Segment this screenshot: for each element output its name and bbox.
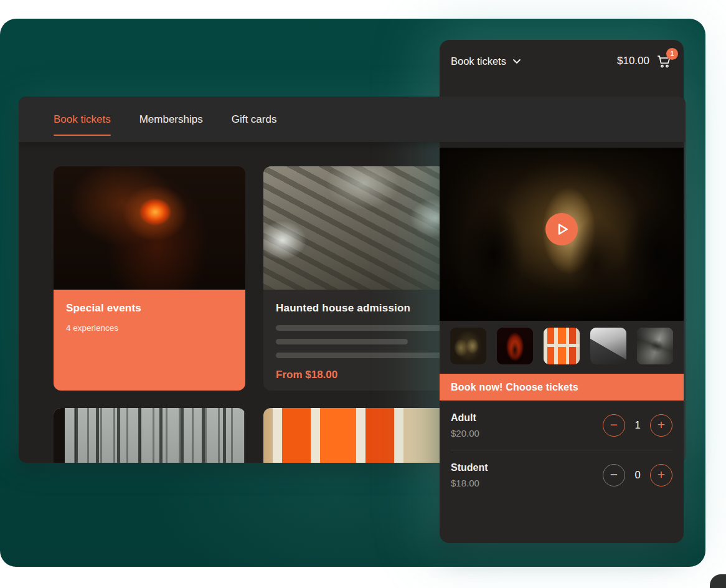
haunted-house-card-body: Haunted house admission From $18.00: [263, 290, 455, 391]
special-events-image: [54, 166, 245, 290]
event-thumbnail-staircase[interactable]: [637, 328, 673, 364]
burning-window-image: [263, 408, 455, 463]
mobile-nav-label: Book tickets: [451, 55, 506, 67]
plus-icon: +: [658, 418, 665, 431]
event-thumbnail-zombies[interactable]: [450, 328, 486, 364]
cart-badge: 1: [666, 48, 678, 60]
skeleton-line: [276, 339, 408, 344]
event-thumbnail-red-doorway[interactable]: [497, 328, 533, 364]
play-icon: [556, 222, 570, 237]
plus-icon: +: [658, 468, 665, 481]
background-corner-shape: [710, 574, 726, 588]
increase-adult-button[interactable]: +: [650, 414, 672, 437]
ticket-price: $20.00: [451, 428, 479, 439]
ticket-name: Adult: [451, 412, 479, 424]
increase-student-button[interactable]: +: [650, 464, 672, 486]
event-thumbnail-red-windows[interactable]: [544, 328, 580, 364]
card-burning-window[interactable]: [263, 408, 455, 463]
card-price: From $18.00: [276, 369, 443, 381]
foggy-forest-image: [54, 408, 245, 463]
special-events-card-body: Special events 4 experiences: [54, 290, 245, 391]
skeleton-line: [276, 353, 443, 358]
tab-gift-cards[interactable]: Gift cards: [232, 110, 277, 130]
page: Book tickets Memberships Gift cards Spec…: [0, 0, 726, 588]
skeleton-line: [276, 325, 443, 331]
ticket-name: Student: [451, 462, 488, 473]
play-button[interactable]: [545, 213, 578, 245]
cart-total: $10.00: [617, 55, 649, 67]
minus-icon: −: [610, 418, 618, 431]
adult-quantity: 1: [633, 419, 642, 431]
haunted-house-image: [263, 166, 455, 290]
event-video[interactable]: [440, 148, 684, 321]
tab-memberships[interactable]: Memberships: [139, 110, 203, 130]
booking-header: Book tickets $10.00 1: [440, 40, 684, 82]
category-card-special-events[interactable]: Special events 4 experiences: [54, 166, 245, 391]
quantity-stepper: − 1 +: [603, 414, 672, 437]
event-thumbnail-attic[interactable]: [590, 328, 626, 364]
mobile-nav-dropdown[interactable]: Book tickets: [451, 55, 521, 67]
storefront-nav: Book tickets Memberships Gift cards: [19, 97, 686, 142]
card-subtitle: 4 experiences: [66, 323, 233, 333]
quantity-stepper: − 0 +: [603, 464, 672, 486]
decrease-adult-button[interactable]: −: [603, 414, 625, 437]
book-now-banner: Book now! Choose tickets: [440, 374, 684, 401]
card-title: Haunted house admission: [276, 302, 443, 315]
cart-button[interactable]: $10.00 1: [617, 53, 672, 70]
product-card-haunted-house[interactable]: Haunted house admission From $18.00: [263, 166, 455, 391]
tab-book-tickets[interactable]: Book tickets: [54, 110, 111, 130]
chevron-down-icon: [512, 59, 521, 64]
student-quantity: 0: [633, 469, 642, 481]
thumbnail-strip: [440, 321, 684, 364]
minus-icon: −: [610, 468, 618, 481]
ticket-row-student: Student $18.00 − 0 +: [440, 450, 684, 500]
card-foggy-forest[interactable]: [54, 408, 245, 463]
ticket-price: $18.00: [451, 478, 488, 488]
ticket-info: Student $18.00: [451, 462, 488, 488]
ticket-row-adult: Adult $20.00 − 1 +: [440, 401, 684, 450]
decrease-student-button[interactable]: −: [603, 464, 625, 486]
ticket-info: Adult $20.00: [451, 412, 479, 439]
card-title: Special events: [66, 302, 233, 315]
